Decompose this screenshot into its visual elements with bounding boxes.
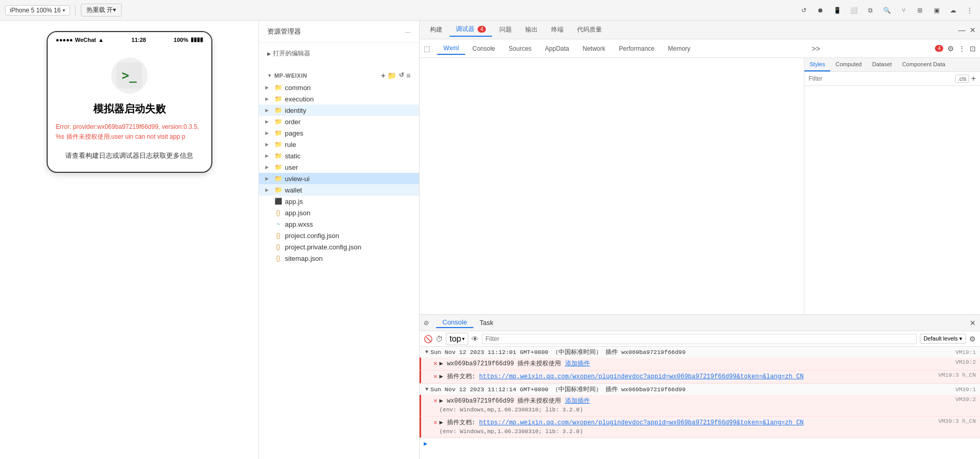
error-title: 模拟器启动失败	[56, 102, 203, 116]
folder-static[interactable]: ▶ 📁 static	[259, 150, 419, 161]
search-icon[interactable]: 🔍	[882, 5, 892, 16]
hotreload-button[interactable]: 热重载 开▾	[81, 4, 122, 17]
folder-name: pages	[285, 129, 303, 137]
stop-icon[interactable]: ⏺	[815, 5, 826, 16]
copy-icon[interactable]: ⧉	[865, 5, 875, 16]
inspector-actions: 4 ⚙ ⋮ ⊡	[935, 45, 976, 53]
tab-network[interactable]: Network	[577, 43, 612, 54]
tab-console[interactable]: Console	[466, 43, 501, 54]
inspector-more-icon[interactable]: ⋮	[958, 45, 965, 53]
open-editors-header[interactable]: ▶ 打开的编辑器	[259, 47, 419, 60]
tablet-icon[interactable]: ⬜	[848, 5, 859, 16]
folder-icon: 📁	[273, 95, 283, 103]
file-app-js[interactable]: ⬛ app.js	[259, 196, 419, 207]
file-project-private[interactable]: {} project.private.config.json	[259, 241, 419, 253]
settings-icon[interactable]: ⚙	[947, 45, 954, 53]
console-expand[interactable]: ▶	[420, 438, 980, 449]
console-tab-console[interactable]: Console	[436, 317, 473, 328]
console-filter-input[interactable]	[482, 334, 917, 344]
folder-order[interactable]: ▶ 📁 order	[259, 116, 419, 127]
file-app-json[interactable]: {} app.json	[259, 207, 419, 218]
file-project-config[interactable]: {} project.config.json	[259, 230, 419, 241]
folder-pages[interactable]: ▶ 📁 pages	[259, 127, 419, 139]
styles-filter-input[interactable]	[809, 75, 953, 82]
tab-memory[interactable]: Memory	[661, 43, 696, 54]
project-toggle-icon[interactable]: ▼	[267, 73, 272, 78]
console-group-2: ▼ Sun Nov 12 2023 11:12:14 GMT+0800 （中国标…	[420, 384, 980, 438]
inspector-close-icon[interactable]: ⊡	[970, 45, 976, 53]
console-content[interactable]: ▼ Sun Nov 12 2023 11:12:01 GMT+0800 （中国标…	[420, 347, 980, 459]
folder-execution[interactable]: ▶ 📁 execution	[259, 93, 419, 105]
tab-terminal[interactable]: 终端	[545, 23, 570, 36]
add-plugin-link-2[interactable]: 添加插件	[565, 397, 590, 405]
folder-icon: 📁	[273, 129, 283, 137]
styles-tab-computed[interactable]: Computed	[830, 58, 867, 71]
add-plugin-link-1[interactable]: 添加插件	[565, 360, 590, 367]
refresh-icon[interactable]: ↺	[799, 5, 809, 16]
grid-icon[interactable]: ⊞	[915, 5, 925, 16]
more-options-icon[interactable]: ···	[405, 28, 411, 36]
group-toggle-icon[interactable]: ▼	[425, 387, 428, 392]
folder-identity[interactable]: ▶ 📁 identity	[259, 105, 419, 116]
git-icon[interactable]: ⑂	[898, 5, 909, 16]
tab-build[interactable]: 构建	[424, 23, 449, 36]
wifi-signal-icon: ▲	[98, 37, 104, 43]
styles-tab-dataset[interactable]: Dataset	[867, 58, 897, 71]
element-picker-icon[interactable]: ⬚	[424, 45, 436, 53]
cloud-icon[interactable]: ☁	[948, 5, 958, 16]
tab-output[interactable]: 输出	[519, 23, 544, 36]
json-file-icon: {}	[273, 231, 283, 240]
file-name: sitemap.json	[285, 255, 323, 262]
console-clear-icon[interactable]: ⊘	[424, 319, 436, 327]
project-section-title: ▼ MP-WEIXIN + 📁 ↺ ≡	[259, 68, 419, 82]
close-icon[interactable]: ✕	[970, 26, 976, 34]
top-selector[interactable]: top ▾	[446, 333, 468, 345]
collapse-icon[interactable]: ≡	[406, 71, 411, 80]
refresh-project-icon[interactable]: ↺	[399, 71, 405, 80]
debugger-badge: 4	[478, 26, 486, 33]
device-selector[interactable]: iPhone 5 100% 16 ▾	[5, 5, 70, 16]
group-toggle-icon[interactable]: ▼	[425, 349, 428, 355]
level-dropdown[interactable]: Default levels ▾	[920, 334, 966, 344]
tab-sources[interactable]: Sources	[502, 43, 538, 54]
console-ban-icon[interactable]: 🚫	[424, 335, 433, 343]
file-app-wxss[interactable]: ~ app.wxss	[259, 218, 419, 230]
minimize-icon[interactable]: —	[958, 26, 965, 34]
plugin-doc-link-2[interactable]: https://mp.weixin.qq.com/wxopen/pluginde…	[479, 419, 804, 426]
folder-wallet[interactable]: ▶ 📁 wallet	[259, 184, 419, 196]
plugin-doc-link-1[interactable]: https://mp.weixin.qq.com/wxopen/pluginde…	[479, 373, 804, 380]
main-content: ●●●●● WeChat ▲ 11:28 100% ▮▮▮▮ >_ 模拟器启动失…	[0, 21, 980, 459]
tab-appdata[interactable]: AppData	[539, 43, 575, 54]
tab-performance[interactable]: Performance	[613, 43, 661, 54]
eye-icon[interactable]: 👁	[471, 335, 479, 343]
add-style-button[interactable]: +	[971, 74, 976, 83]
tab-more-icon[interactable]: >>	[805, 42, 826, 55]
tab-debugger[interactable]: 调试器 4	[450, 23, 492, 37]
new-folder-icon[interactable]: 📁	[387, 71, 397, 80]
tab-close-icon[interactable]: — ✕	[958, 26, 976, 34]
file-sitemap[interactable]: {} sitemap.json	[259, 253, 419, 264]
error-text-1b: ▶ 插件文档: https://mp.weixin.qq.com/wxopen/…	[439, 372, 934, 381]
styles-tab-styles[interactable]: Styles	[804, 58, 830, 71]
console-settings-icon[interactable]: ⚙	[969, 335, 976, 343]
folder-common[interactable]: ▶ 📁 common	[259, 82, 419, 93]
console-tab-task[interactable]: Task	[473, 318, 500, 328]
styles-tab-component[interactable]: Component Data	[897, 58, 950, 71]
phone-icon[interactable]: 📱	[832, 5, 842, 16]
file-name: project.private.config.json	[285, 243, 361, 251]
layout-icon[interactable]: ▣	[931, 5, 942, 16]
tab-issues[interactable]: 问题	[493, 23, 518, 36]
inspector-tabs: ⬚ Wxml Console Sources AppData Network P…	[420, 39, 980, 58]
folder-uview-ui[interactable]: ▶ 📁 uview-ui	[259, 173, 419, 184]
console-clock-icon[interactable]: ⏱	[436, 335, 443, 343]
more-icon[interactable]: ⋮	[964, 5, 975, 16]
folder-icon: 📁	[273, 152, 283, 160]
folder-rule[interactable]: ▶ 📁 rule	[259, 139, 419, 150]
console-close-icon[interactable]: ✕	[970, 319, 976, 327]
devtools-area: 构建 调试器 4 问题 输出 终端 代码质量 — ✕ ⬚ Wxml Consol…	[420, 21, 980, 459]
tab-code-quality[interactable]: 代码质量	[571, 23, 608, 36]
tab-wxml[interactable]: Wxml	[437, 42, 465, 55]
cls-button[interactable]: .cls	[955, 75, 969, 83]
folder-user[interactable]: ▶ 📁 user	[259, 161, 419, 173]
new-file-icon[interactable]: +	[381, 71, 386, 80]
